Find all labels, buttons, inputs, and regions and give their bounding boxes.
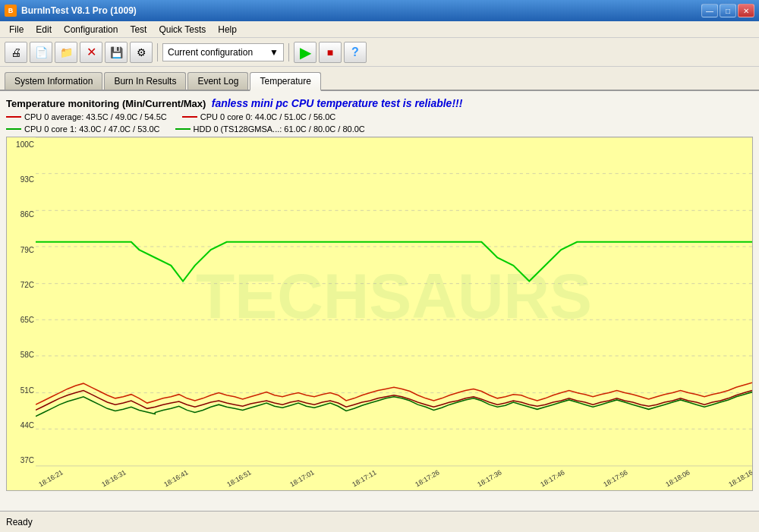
menu-edit[interactable]: Edit — [30, 23, 58, 36]
tab-event-log[interactable]: Event Log — [187, 72, 248, 90]
y-label-0: 100C — [8, 140, 34, 149]
chart-svg: TECHSAURS — [36, 137, 752, 467]
new-button[interactable]: 📄 — [30, 42, 52, 63]
menu-bar: File Edit Configuration Test Quick Tests… — [0, 21, 759, 38]
x-label-4: 18:17:01 — [288, 468, 315, 488]
chart-inner: 100C 93C 86C 79C 72C 65C 58C 51C 44C 37C… — [7, 137, 752, 490]
x-label-9: 18:17:56 — [602, 468, 628, 488]
help-button[interactable]: ? — [344, 42, 367, 63]
y-label-4: 72C — [8, 281, 34, 289]
app-icon: B — [5, 5, 17, 17]
toolbar-separator-2 — [288, 43, 289, 61]
x-label-8: 18:17:46 — [539, 468, 565, 488]
tabs-bar: System Information Burn In Results Event… — [0, 67, 759, 91]
legend-line-red-2 — [182, 116, 197, 118]
main-content: Temperature monitoring (Min/Current/Max)… — [0, 91, 759, 511]
temperature-header: Temperature monitoring (Min/Current/Max)… — [6, 97, 753, 109]
configuration-dropdown[interactable]: Current configuration ▼ — [162, 43, 284, 61]
y-label-7: 51C — [8, 386, 34, 395]
x-label-11: 18:18:16 — [727, 468, 753, 488]
stop-button[interactable]: ■ — [319, 42, 342, 63]
y-label-3: 79C — [8, 246, 34, 254]
legend-line-red-1 — [6, 116, 21, 118]
y-axis-labels: 100C 93C 86C 79C 72C 65C 58C 51C 44C 37C — [7, 137, 36, 467]
toolbar-separator-1 — [157, 43, 158, 61]
y-label-5: 65C — [8, 316, 34, 324]
y-label-9: 37C — [8, 456, 34, 464]
x-label-1: 18:16:31 — [100, 468, 127, 488]
delete-button[interactable]: ✕ — [80, 42, 102, 63]
temperature-annotation: fanless mini pc CPU temperature test is … — [212, 97, 463, 109]
temperature-title: Temperature monitoring (Min/Current/Max) — [6, 98, 206, 109]
menu-configuration[interactable]: Configuration — [58, 23, 124, 36]
play-button[interactable]: ▶ — [294, 42, 317, 63]
tab-temperature[interactable]: Temperature — [250, 72, 320, 91]
x-label-5: 18:17:11 — [351, 468, 377, 488]
y-label-1: 93C — [8, 175, 34, 184]
x-label-10: 18:18:06 — [665, 468, 691, 488]
legend-cpu0-core1: CPU 0 core 1: 43.0C / 47.0C / 53.0C — [6, 124, 160, 134]
maximize-button[interactable]: □ — [720, 4, 736, 17]
status-bar: Ready — [0, 511, 759, 532]
y-label-8: 44C — [8, 421, 34, 430]
menu-quick-tests[interactable]: Quick Tests — [153, 23, 212, 36]
x-label-6: 18:17:26 — [414, 468, 440, 488]
tab-system-information[interactable]: System Information — [5, 72, 102, 90]
x-label-3: 18:16:51 — [225, 468, 252, 488]
legend-row-2: CPU 0 core 1: 43.0C / 47.0C / 53.0C HDD … — [6, 124, 753, 134]
legend-line-green-1 — [6, 128, 21, 130]
menu-test[interactable]: Test — [124, 23, 153, 36]
y-label-6: 58C — [8, 351, 34, 359]
legend-cpu0-core0: CPU 0 core 0: 44.0C / 51.0C / 56.0C — [182, 112, 336, 121]
save-button[interactable]: 💾 — [105, 42, 128, 63]
temperature-chart: 100C 93C 86C 79C 72C 65C 58C 51C 44C 37C… — [6, 137, 753, 491]
x-label-7: 18:17:36 — [477, 468, 503, 488]
y-label-2: 86C — [8, 210, 34, 219]
status-text: Ready — [6, 517, 33, 527]
window-controls: — □ ✕ — [701, 4, 754, 17]
chart-scrollbar: ◄ ► — [7, 490, 752, 491]
title-bar: B BurnInTest V8.1 Pro (1009) — □ ✕ — [0, 0, 759, 21]
legend-cpu0-avg: CPU 0 average: 43.5C / 49.0C / 54.5C — [6, 112, 167, 121]
close-button[interactable]: ✕ — [738, 4, 754, 17]
menu-file[interactable]: File — [3, 23, 30, 36]
legend-line-green-2 — [175, 128, 191, 130]
svg-text:TECHSAURS: TECHSAURS — [196, 262, 592, 332]
menu-help[interactable]: Help — [212, 23, 243, 36]
tab-burn-in-results[interactable]: Burn In Results — [104, 72, 186, 90]
x-axis-labels: 18:16:21 18:16:31 18:16:41 18:16:51 18:1… — [36, 467, 752, 490]
legend-row-1: CPU 0 average: 43.5C / 49.0C / 54.5C CPU… — [6, 112, 753, 121]
window-title: BurnInTest V8.1 Pro (1009) — [21, 5, 137, 16]
chart-plot: TECHSAURS — [36, 137, 752, 467]
minimize-button[interactable]: — — [701, 4, 718, 17]
x-label-0: 18:16:21 — [37, 468, 64, 488]
print-button[interactable]: 🖨 — [5, 42, 27, 63]
legend-hdd0: HDD 0 (TS128GMSA...: 61.0C / 80.0C / 80.… — [175, 124, 365, 134]
x-label-2: 18:16:41 — [163, 468, 190, 488]
open-button[interactable]: 📁 — [55, 42, 77, 63]
toolbar: 🖨 📄 📁 ✕ 💾 ⚙ Current configuration ▼ ▶ ■ … — [0, 38, 759, 67]
config-button[interactable]: ⚙ — [130, 42, 153, 63]
